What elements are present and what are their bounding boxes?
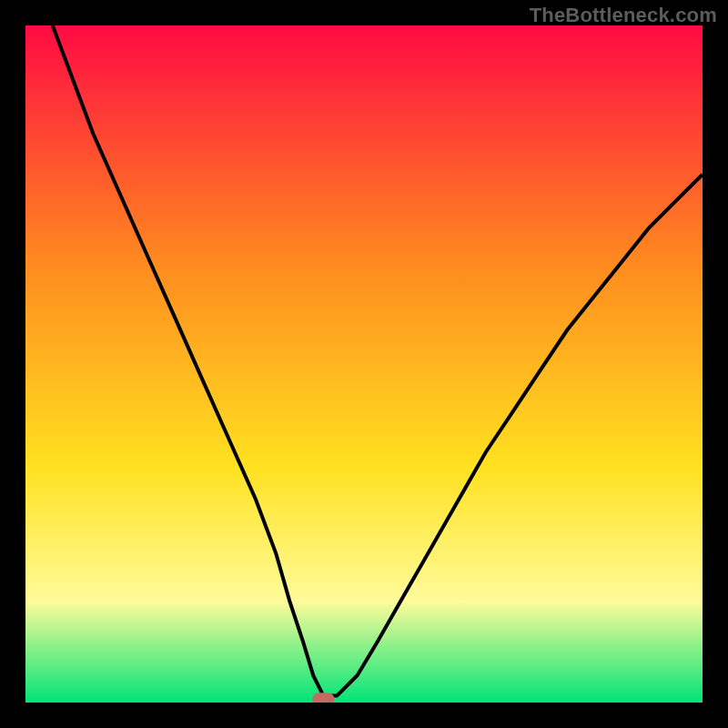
bottleneck-chart — [25, 25, 703, 703]
gradient-background — [25, 25, 703, 703]
plot-area — [25, 25, 703, 703]
watermark-text: TheBottleneck.com — [530, 4, 717, 27]
optimal-point-marker — [312, 693, 334, 703]
chart-frame: TheBottleneck.com — [0, 0, 728, 728]
